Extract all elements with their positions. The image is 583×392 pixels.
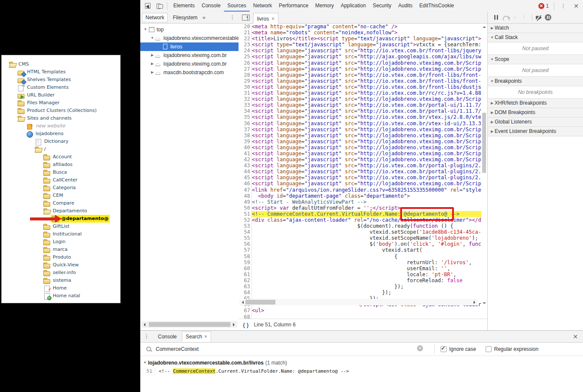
cms-tree-item[interactable]: Produto <box>2 253 120 261</box>
drawer-menu-icon[interactable]: ⋮ <box>140 333 153 340</box>
tab-performance[interactable]: Performance <box>275 0 312 12</box>
debugger-section-breakpoints[interactable]: ▼Breakpoints <box>488 77 583 86</box>
code-line[interactable]: userEmail: '', <box>252 265 481 271</box>
code-line[interactable]: <body id="departament-page" class="depar… <box>252 193 481 199</box>
device-toolbar-icon[interactable] <box>156 2 164 10</box>
tab-application[interactable]: Application <box>337 0 369 12</box>
navigator-hscrollbar[interactable] <box>141 321 237 328</box>
navigator-tree-item[interactable]: ▼lojadobreno.vtexcommercestable <box>140 34 239 42</box>
cms-tree-item[interactable]: HTML Templates <box>2 68 120 76</box>
code-line[interactable]: <script language="javascript" src="http:… <box>252 66 481 72</box>
cms-tree-item[interactable]: Product Clusters (Collections) <box>2 107 120 115</box>
drawer-tab-console[interactable]: Console <box>154 332 180 341</box>
debugger-section-call-stack[interactable]: ▼Call Stack <box>488 33 583 42</box>
code-line[interactable]: <script language="javascript" src="http:… <box>252 127 481 133</box>
cms-tree-item[interactable]: GiftList <box>2 223 120 230</box>
code-line[interactable]: <script language="javascript" src="http:… <box>252 90 481 96</box>
code-line[interactable]: <script language="javascript" src="http:… <box>252 108 481 114</box>
cms-tree-item[interactable]: lojadobreno <box>2 130 120 138</box>
code-line[interactable]: <script language="javascript" src="http:… <box>252 84 481 90</box>
code-line[interactable]: vtexid.setScopeName('lojadobreno'); <box>252 235 481 241</box>
tab-memory[interactable]: Memory <box>312 0 337 12</box>
navigator-tab-filesystem[interactable]: Filesystem <box>169 13 201 22</box>
cms-tree-item[interactable]: new website <box>2 122 120 130</box>
cms-tree-item[interactable]: Departamento <box>2 207 120 215</box>
cms-tree-item[interactable]: Busca <box>2 169 120 176</box>
code-line[interactable]: }); <box>252 283 481 289</box>
navigator-tree-item[interactable]: ▼top <box>140 25 239 34</box>
navigator-tab-network[interactable]: Network <box>142 13 168 22</box>
deactivate-breakpoints-icon[interactable] <box>535 14 544 21</box>
code-line[interactable]: <script language="javascript" src="http:… <box>252 163 481 169</box>
code-line[interactable]: <script language="javascript" src="http:… <box>252 151 481 157</box>
debugger-section-scope[interactable]: ▼Scope <box>488 55 583 64</box>
pretty-print-icon[interactable]: { } <box>243 322 249 328</box>
cms-tree-item[interactable]: Categoria <box>2 184 120 192</box>
code-line[interactable]: <script language="javascript" src="http:… <box>252 114 481 120</box>
navigator-more-tabs-icon[interactable]: » <box>201 15 207 21</box>
regex-checkbox[interactable] <box>486 346 492 352</box>
tab-elements[interactable]: Elements <box>170 0 198 12</box>
navigator-tree-item[interactable]: ▶maxcdn.bootstrapcdn.com <box>140 68 239 77</box>
cms-tree-item[interactable]: Institucional <box>2 230 120 238</box>
tab-network[interactable]: Network <box>250 0 275 12</box>
code-line[interactable]: <ul> <box>252 308 481 314</box>
code-line[interactable]: <script language="javascript" src="http:… <box>252 121 481 127</box>
cms-tree-item[interactable]: Sites and channels <box>2 115 120 122</box>
code-line[interactable]: vtexid.start( <box>252 247 481 253</box>
code-line[interactable]: <meta name="robots" content="noindex,nof… <box>252 30 481 36</box>
pause-script-icon[interactable] <box>492 14 501 21</box>
cms-tree-item[interactable]: marca <box>2 246 120 253</box>
debugger-section-global-listeners[interactable]: ▶Global Listeners <box>488 118 583 127</box>
code-line[interactable]: <script type="text/javascript" language=… <box>252 42 481 48</box>
code-line[interactable]: <meta http-equiv="pragma" content="no-ca… <box>252 24 481 30</box>
code-line[interactable]: <script language="javascript" src="http:… <box>252 72 481 78</box>
code-line[interactable]: <script language="javascript" src="http:… <box>252 169 481 175</box>
cms-tree-item[interactable]: Login <box>2 238 120 246</box>
code-line[interactable]: vtexid.setScope('1acde8b8-c134-45ca-bda6 <box>252 229 481 235</box>
code-line[interactable]: <!-- CommerceContext.Current.VirtualFold… <box>252 211 481 217</box>
code-line[interactable]: <script language="javascript" src="http:… <box>252 175 481 181</box>
code-line[interactable]: }); <box>252 289 481 296</box>
cms-tree-item[interactable]: Compare <box>2 199 120 207</box>
code-line[interactable]: <script language="javascript" src="http:… <box>252 54 481 60</box>
search-result-line[interactable]: 51 <!-- CommerceContext.Current.VirtualF… <box>140 367 583 375</box>
debugger-section-xhr-fetch-breakpoints[interactable]: ▶XHR/fetch Breakpoints <box>488 99 583 108</box>
error-badge-icon[interactable]: ✕ <box>538 3 544 9</box>
cms-tree-item[interactable]: Quick-View <box>2 261 120 269</box>
editor-tab-livros[interactable]: livros× <box>253 13 278 24</box>
code-line[interactable]: <script language="javascript" src="http:… <box>252 60 481 66</box>
cms-tree-item[interactable]: seller-info <box>2 269 120 277</box>
drawer-close-icon[interactable]: ✕ <box>568 333 583 340</box>
code-line[interactable]: <script language="javascript" src="http:… <box>252 78 481 84</box>
code-line[interactable]: <title>Livros</title><script type="text/… <box>252 36 481 42</box>
ignore-case-checkbox[interactable] <box>441 346 447 352</box>
tab-security[interactable]: Security <box>369 0 395 12</box>
code-line[interactable]: <script language="javascript" src="http:… <box>252 48 481 54</box>
tab-sources[interactable]: Sources <box>224 0 250 12</box>
code-line[interactable]: forceReload: false <box>252 277 481 283</box>
devtools-close-icon[interactable]: ✕ <box>569 3 583 9</box>
cms-tree-item[interactable]: URL Builder <box>2 91 120 99</box>
clear-search-icon[interactable]: ✕ <box>417 345 423 351</box>
search-result-group[interactable]: ▼ lojadobreno.vtexcommercestable.com.br/… <box>140 359 583 367</box>
navigator-tree-item[interactable]: ▶lojadobreno.vteximg.com.br <box>140 51 239 60</box>
code-line[interactable]: <script language="javascript" src="http:… <box>252 181 481 187</box>
inspect-element-icon[interactable] <box>144 2 152 10</box>
cms-tree-item[interactable]: CallCenter <box>2 176 120 184</box>
code-line[interactable]: returnUrl: '/livros', <box>252 259 481 265</box>
editor-vscrollbar[interactable] <box>482 24 487 306</box>
expand-icon[interactable]: ▼ <box>142 359 148 367</box>
code-line[interactable]: <script language="javascript" src="http:… <box>252 139 481 145</box>
code-line[interactable]: $(document).ready(function () { <box>252 223 481 229</box>
cms-tree-item[interactable]: Home <box>2 284 120 292</box>
cms-tree-item[interactable]: Account <box>2 153 120 161</box>
code-line[interactable]: <script language="javascript" src="http:… <box>252 133 481 139</box>
tab-close-icon[interactable]: × <box>204 334 207 340</box>
cms-tree-item[interactable]: sistema <box>2 277 120 284</box>
step-into-icon[interactable] <box>511 14 520 21</box>
code-line[interactable]: <script language="javascript" src="http:… <box>252 157 481 163</box>
code-line[interactable]: $('body').on('click', '#login', function <box>252 241 481 247</box>
step-out-icon[interactable] <box>520 14 530 21</box>
cms-tree-item[interactable]: CMS <box>2 60 120 68</box>
